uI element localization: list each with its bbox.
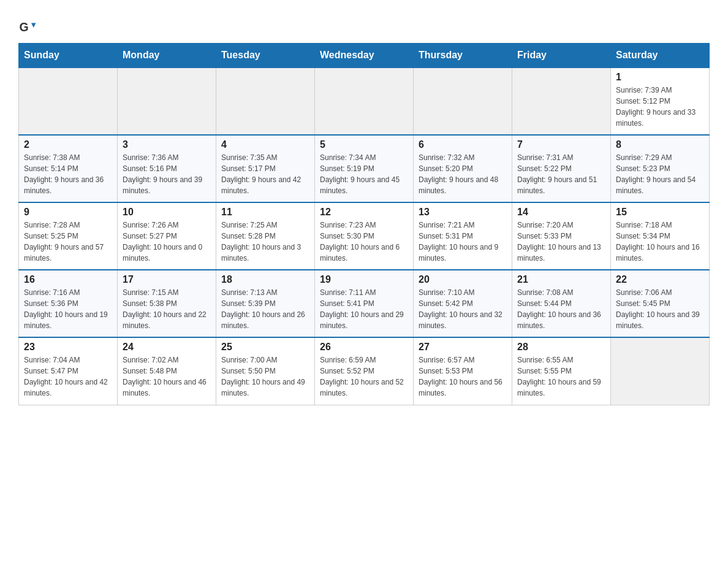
calendar-header-row: SundayMondayTuesdayWednesdayThursdayFrid…	[19, 44, 710, 68]
day-number: 14	[517, 207, 605, 218]
weekday-header-tuesday: Tuesday	[216, 44, 315, 68]
day-info: Sunrise: 7:34 AM Sunset: 5:19 PM Dayligh…	[320, 152, 408, 196]
calendar-cell: 25Sunrise: 7:00 AM Sunset: 5:50 PM Dayli…	[216, 337, 315, 405]
day-info: Sunrise: 7:00 AM Sunset: 5:50 PM Dayligh…	[221, 354, 309, 399]
day-number: 1	[616, 72, 704, 83]
weekday-header-friday: Friday	[512, 44, 611, 68]
day-info: Sunrise: 7:08 AM Sunset: 5:44 PM Dayligh…	[517, 287, 605, 331]
day-number: 11	[221, 207, 309, 218]
calendar-cell	[414, 67, 512, 135]
day-info: Sunrise: 7:16 AM Sunset: 5:36 PM Dayligh…	[24, 287, 112, 331]
calendar-week-3: 9Sunrise: 7:28 AM Sunset: 5:25 PM Daylig…	[19, 202, 710, 270]
calendar-cell: 15Sunrise: 7:18 AM Sunset: 5:34 PM Dayli…	[611, 202, 710, 270]
day-number: 9	[24, 207, 112, 218]
calendar-week-2: 2Sunrise: 7:38 AM Sunset: 5:14 PM Daylig…	[19, 135, 710, 202]
svg-marker-1	[31, 23, 36, 28]
day-info: Sunrise: 7:29 AM Sunset: 5:23 PM Dayligh…	[616, 152, 704, 196]
day-info: Sunrise: 7:39 AM Sunset: 5:12 PM Dayligh…	[616, 85, 704, 129]
day-number: 10	[123, 207, 211, 218]
calendar-cell: 10Sunrise: 7:26 AM Sunset: 5:27 PM Dayli…	[118, 202, 216, 270]
day-info: Sunrise: 7:36 AM Sunset: 5:16 PM Dayligh…	[123, 152, 211, 196]
calendar-cell: 14Sunrise: 7:20 AM Sunset: 5:33 PM Dayli…	[512, 202, 611, 270]
day-number: 21	[517, 274, 605, 285]
calendar-week-5: 23Sunrise: 7:04 AM Sunset: 5:47 PM Dayli…	[19, 337, 710, 405]
page-header: G	[18, 12, 710, 37]
calendar-cell: 5Sunrise: 7:34 AM Sunset: 5:19 PM Daylig…	[315, 135, 414, 202]
calendar-cell: 12Sunrise: 7:23 AM Sunset: 5:30 PM Dayli…	[315, 202, 414, 270]
day-info: Sunrise: 7:21 AM Sunset: 5:31 PM Dayligh…	[419, 220, 507, 264]
calendar-cell: 16Sunrise: 7:16 AM Sunset: 5:36 PM Dayli…	[19, 270, 118, 337]
day-info: Sunrise: 7:25 AM Sunset: 5:28 PM Dayligh…	[221, 220, 309, 264]
calendar-week-1: 1Sunrise: 7:39 AM Sunset: 5:12 PM Daylig…	[19, 67, 710, 135]
calendar-cell	[315, 67, 414, 135]
calendar-cell: 20Sunrise: 7:10 AM Sunset: 5:42 PM Dayli…	[414, 270, 512, 337]
day-info: Sunrise: 7:20 AM Sunset: 5:33 PM Dayligh…	[517, 220, 605, 264]
day-number: 5	[320, 139, 408, 150]
calendar-cell: 9Sunrise: 7:28 AM Sunset: 5:25 PM Daylig…	[19, 202, 118, 270]
day-info: Sunrise: 7:28 AM Sunset: 5:25 PM Dayligh…	[24, 220, 112, 264]
day-number: 15	[616, 207, 704, 218]
day-number: 2	[24, 139, 112, 150]
day-number: 6	[419, 139, 507, 150]
calendar-cell: 21Sunrise: 7:08 AM Sunset: 5:44 PM Dayli…	[512, 270, 611, 337]
calendar-cell	[118, 67, 216, 135]
calendar-cell: 4Sunrise: 7:35 AM Sunset: 5:17 PM Daylig…	[216, 135, 315, 202]
day-number: 27	[419, 342, 507, 353]
calendar-cell: 13Sunrise: 7:21 AM Sunset: 5:31 PM Dayli…	[414, 202, 512, 270]
calendar-cell: 18Sunrise: 7:13 AM Sunset: 5:39 PM Dayli…	[216, 270, 315, 337]
weekday-header-saturday: Saturday	[611, 44, 710, 68]
calendar-cell: 6Sunrise: 7:32 AM Sunset: 5:20 PM Daylig…	[414, 135, 512, 202]
day-info: Sunrise: 7:04 AM Sunset: 5:47 PM Dayligh…	[24, 354, 112, 399]
day-number: 22	[616, 274, 704, 285]
day-number: 24	[123, 342, 211, 353]
logo-icon: G	[18, 18, 37, 37]
day-info: Sunrise: 7:23 AM Sunset: 5:30 PM Dayligh…	[320, 220, 408, 264]
day-info: Sunrise: 7:13 AM Sunset: 5:39 PM Dayligh…	[221, 287, 309, 331]
calendar-cell: 22Sunrise: 7:06 AM Sunset: 5:45 PM Dayli…	[611, 270, 710, 337]
day-number: 13	[419, 207, 507, 218]
day-info: Sunrise: 7:10 AM Sunset: 5:42 PM Dayligh…	[419, 287, 507, 331]
calendar-cell: 23Sunrise: 7:04 AM Sunset: 5:47 PM Dayli…	[19, 337, 118, 405]
calendar-cell: 8Sunrise: 7:29 AM Sunset: 5:23 PM Daylig…	[611, 135, 710, 202]
day-info: Sunrise: 6:55 AM Sunset: 5:55 PM Dayligh…	[517, 354, 605, 399]
day-info: Sunrise: 7:11 AM Sunset: 5:41 PM Dayligh…	[320, 287, 408, 331]
calendar-cell	[216, 67, 315, 135]
weekday-header-monday: Monday	[118, 44, 216, 68]
calendar-cell: 26Sunrise: 6:59 AM Sunset: 5:52 PM Dayli…	[315, 337, 414, 405]
day-info: Sunrise: 7:32 AM Sunset: 5:20 PM Dayligh…	[419, 152, 507, 196]
day-info: Sunrise: 7:26 AM Sunset: 5:27 PM Dayligh…	[123, 220, 211, 264]
calendar-cell: 11Sunrise: 7:25 AM Sunset: 5:28 PM Dayli…	[216, 202, 315, 270]
calendar-table: SundayMondayTuesdayWednesdayThursdayFrid…	[18, 43, 710, 405]
weekday-header-thursday: Thursday	[414, 44, 512, 68]
calendar-cell: 3Sunrise: 7:36 AM Sunset: 5:16 PM Daylig…	[118, 135, 216, 202]
day-number: 26	[320, 342, 408, 353]
logo: G	[18, 18, 39, 37]
calendar-cell	[19, 67, 118, 135]
calendar-cell: 7Sunrise: 7:31 AM Sunset: 5:22 PM Daylig…	[512, 135, 611, 202]
day-info: Sunrise: 7:38 AM Sunset: 5:14 PM Dayligh…	[24, 152, 112, 196]
day-number: 8	[616, 139, 704, 150]
day-info: Sunrise: 7:15 AM Sunset: 5:38 PM Dayligh…	[123, 287, 211, 331]
day-info: Sunrise: 6:57 AM Sunset: 5:53 PM Dayligh…	[419, 354, 507, 399]
day-info: Sunrise: 7:02 AM Sunset: 5:48 PM Dayligh…	[123, 354, 211, 399]
day-number: 12	[320, 207, 408, 218]
day-number: 7	[517, 139, 605, 150]
day-number: 18	[221, 274, 309, 285]
calendar-cell: 1Sunrise: 7:39 AM Sunset: 5:12 PM Daylig…	[611, 67, 710, 135]
day-number: 20	[419, 274, 507, 285]
day-number: 17	[123, 274, 211, 285]
day-info: Sunrise: 7:06 AM Sunset: 5:45 PM Dayligh…	[616, 287, 704, 331]
day-info: Sunrise: 6:59 AM Sunset: 5:52 PM Dayligh…	[320, 354, 408, 399]
calendar-cell: 17Sunrise: 7:15 AM Sunset: 5:38 PM Dayli…	[118, 270, 216, 337]
svg-text:G: G	[20, 20, 29, 34]
day-number: 28	[517, 342, 605, 353]
calendar-cell	[512, 67, 611, 135]
calendar-week-4: 16Sunrise: 7:16 AM Sunset: 5:36 PM Dayli…	[19, 270, 710, 337]
day-number: 3	[123, 139, 211, 150]
calendar-cell: 2Sunrise: 7:38 AM Sunset: 5:14 PM Daylig…	[19, 135, 118, 202]
day-info: Sunrise: 7:18 AM Sunset: 5:34 PM Dayligh…	[616, 220, 704, 264]
day-info: Sunrise: 7:31 AM Sunset: 5:22 PM Dayligh…	[517, 152, 605, 196]
day-number: 4	[221, 139, 309, 150]
weekday-header-sunday: Sunday	[19, 44, 118, 68]
day-number: 19	[320, 274, 408, 285]
